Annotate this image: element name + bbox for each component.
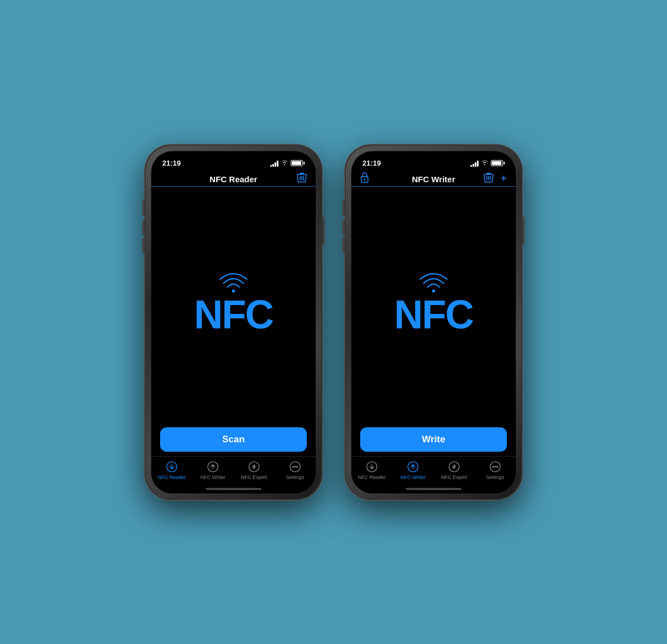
svg-point-26 [495,466,496,467]
nfc-logo-right: NFC [394,272,473,335]
tab-label-settings-left: Settings [286,475,305,480]
tab-nfc-reader-left[interactable]: NFC Reader [151,460,192,480]
nfc-waves-right [411,272,456,294]
svg-point-8 [249,461,259,471]
svg-point-23 [449,461,459,471]
tab-bar-left: NFC Reader NFC Writer [151,456,316,486]
status-time-right: 21:19 [362,159,381,167]
lightning-circle-icon-right [447,460,461,473]
tab-nfc-expert-right[interactable]: NFC Expert [434,460,475,480]
tab-nfc-expert-left[interactable]: NFC Expert [233,460,275,480]
nav-title-left: NFC Reader [210,174,257,184]
home-bar-right [406,488,461,490]
tab-settings-left[interactable]: Settings [275,460,316,480]
tab-label-writer-left: NFC Writer [201,475,226,480]
dots-circle-icon-right [489,460,502,473]
action-button-area-right: Write [351,421,516,456]
phone-screen-right: 21:19 [351,151,516,493]
wifi-icon-right [481,159,489,167]
tab-settings-right[interactable]: Settings [475,460,516,480]
svg-point-12 [297,466,298,467]
svg-point-11 [295,466,296,467]
battery-icon-right [491,160,505,166]
tab-nfc-writer-right[interactable]: NFC Writer [392,460,434,480]
status-icons-left [270,159,305,167]
trash-icon-right[interactable] [484,172,494,185]
status-time-left: 21:19 [162,159,181,167]
nav-bar-left: NFC Reader [151,171,316,187]
tab-label-writer-right: NFC Writer [401,475,426,480]
scan-button[interactable]: Scan [160,427,307,452]
download-circle-icon-left [165,460,178,473]
notch-left [200,151,267,164]
write-button[interactable]: Write [360,427,507,452]
download-circle-icon-right [365,460,379,473]
phone-screen-left: 21:19 [151,151,316,493]
tab-label-reader-right: NFC Reader [358,475,386,480]
svg-point-25 [492,466,494,467]
tab-label-settings-right: Settings [486,475,505,480]
status-icons-right [470,159,505,167]
dots-circle-icon-left [288,460,302,473]
phone-right: 21:19 [345,144,522,500]
upload-circle-icon-right [406,460,420,473]
home-bar-left [206,488,261,490]
tab-nfc-reader-right[interactable]: NFC Reader [351,460,392,480]
nfc-text-left: NFC [194,294,273,335]
home-indicator-right [351,486,516,493]
content-area-left: NFC [151,187,316,421]
action-button-area-left: Scan [151,421,316,456]
content-area-right: NFC [351,187,516,421]
nav-actions-left [297,172,307,185]
svg-point-10 [292,466,293,467]
phone-left: 21:19 [145,144,322,500]
wifi-icon-left [281,159,288,167]
tab-label-reader-left: NFC Reader [158,475,186,480]
plus-icon-right[interactable]: + [500,172,507,185]
nav-left-actions-right [360,172,369,185]
battery-icon-left [291,160,305,166]
tab-label-expert-right: NFC Expert [441,475,467,480]
lightning-circle-icon-left [247,460,261,473]
nav-title-right: NFC Writer [412,174,455,184]
svg-point-27 [497,466,498,467]
nav-actions-right: + [484,172,507,185]
signal-bars-right [470,160,479,167]
home-indicator-left [151,486,316,493]
tab-nfc-writer-left[interactable]: NFC Writer [192,460,233,480]
signal-bars-left [270,160,278,167]
nfc-waves-left [211,272,256,294]
trash-icon-left[interactable] [297,172,307,185]
lock-icon-right[interactable] [360,172,369,185]
tab-label-expert-left: NFC Expert [241,475,267,480]
notch-right [400,151,467,164]
tab-bar-right: NFC Reader NFC Writer [351,456,516,486]
nav-bar-right: NFC Writer + [351,171,516,187]
nfc-text-right: NFC [394,294,473,335]
nfc-logo-left: NFC [194,272,273,335]
upload-circle-icon-left [206,460,220,473]
svg-point-14 [364,179,366,181]
